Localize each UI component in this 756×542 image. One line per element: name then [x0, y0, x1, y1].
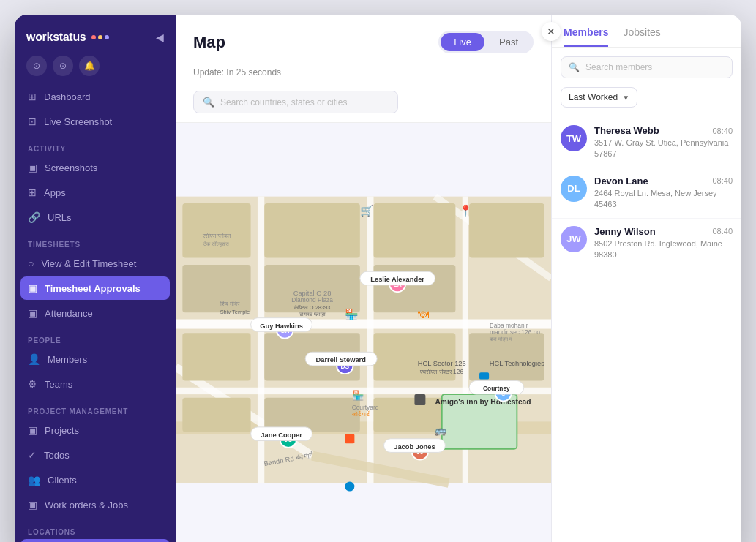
logo-dot-yellow — [98, 35, 102, 39]
sidebar-item-label: URLs — [48, 212, 72, 223]
svg-text:बाबा मोहन मं: बाबा मोहन मं — [489, 336, 512, 342]
sidebar-item-screenshots[interactable]: ▣ Screenshots — [20, 156, 170, 179]
work-orders-icon: ▣ — [28, 499, 37, 511]
tab-members[interactable]: Members — [564, 26, 608, 47]
sidebar-collapse-button[interactable]: ◀ — [156, 31, 164, 43]
map-area: Capital O 28 Diamond Plaza कैपिटल O 2839… — [176, 123, 551, 542]
panel-tabs: Members Jobsites — [552, 15, 741, 48]
logo: workstatus — [26, 31, 109, 44]
svg-text:HCL Sector 126: HCL Sector 126 — [418, 360, 466, 367]
member-name: Jenny Wilson — [594, 226, 656, 237]
sidebar-item-projects[interactable]: ▣ Projects — [20, 418, 170, 442]
sidebar-item-work-orders[interactable]: ▣ Work orders & Jobs — [20, 493, 170, 516]
list-item[interactable]: JW Jenny Wilson 08:40 8502 Preston Rd. I… — [552, 219, 741, 269]
svg-text:Jacob Jones: Jacob Jones — [394, 443, 435, 451]
sidebar-item-label: Apps — [44, 187, 66, 198]
member-search-input[interactable]: 🔍 Search members — [561, 56, 733, 78]
toggle-live-button[interactable]: Live — [441, 33, 484, 51]
svg-text:Leslie Alexander: Leslie Alexander — [370, 276, 424, 283]
logo-dots — [91, 35, 109, 39]
svg-text:🛒: 🛒 — [360, 204, 374, 217]
sidebar-item-attendance[interactable]: ▣ Attendance — [20, 301, 170, 325]
list-item[interactable]: DL Devon Lane 08:40 2464 Royal Ln. Mesa,… — [552, 168, 741, 219]
panel-close-button[interactable]: ✕ — [542, 22, 561, 41]
svg-text:Jane Cooper: Jane Cooper — [261, 432, 302, 439]
svg-rect-17 — [182, 333, 250, 380]
sidebar-item-timesheet-approvals[interactable]: ▣ Timesheet Approvals — [20, 276, 170, 300]
sidebar-item-dashboard[interactable]: ⊞ Dashboard — [20, 85, 170, 108]
sidebar-item-label: Teams — [45, 379, 72, 390]
svg-text:कोर्टयार्ड: कोर्टयार्ड — [351, 410, 370, 418]
map-title: Map — [193, 33, 225, 52]
approvals-icon: ▣ — [28, 282, 37, 294]
sidebar-item-urls[interactable]: 🔗 URLs — [20, 206, 170, 229]
map-search-placeholder: Search countries, states or cities — [220, 97, 347, 108]
screenshots-icon: ▣ — [28, 162, 37, 173]
svg-text:Shiv Temple: Shiv Temple — [220, 309, 250, 315]
svg-text:📍: 📍 — [459, 204, 473, 217]
apps-icon: ⊞ — [28, 187, 37, 198]
sidebar-item-label: Attendance — [45, 308, 93, 319]
timesheet-icon: ○ — [28, 257, 34, 269]
members-icon: 👤 — [28, 353, 40, 365]
svg-text:शिव मंदिर: शिव मंदिर — [220, 300, 240, 307]
svg-rect-21 — [182, 398, 250, 432]
panel-filter: Last Worked ▼ — [552, 83, 741, 115]
member-name-row: Theresa Webb 08:40 — [594, 125, 733, 136]
sidebar-item-todos[interactable]: ✓ Todos — [20, 443, 170, 467]
search-placeholder: Search members — [585, 62, 652, 72]
svg-text:Guy Hawkins: Guy Hawkins — [260, 323, 302, 330]
user-icon-btn[interactable]: ⊙ — [53, 56, 73, 76]
svg-rect-41 — [345, 434, 354, 443]
svg-rect-10 — [182, 203, 250, 258]
sidebar-item-label: Members — [48, 354, 87, 365]
sidebar-item-label: Dashboard — [44, 91, 91, 102]
dashboard-icon: ⊞ — [28, 91, 37, 102]
logo-dot-purple — [105, 35, 109, 39]
section-label-locations: LOCATIONS — [20, 518, 170, 539]
list-item[interactable]: TW Theresa Webb 08:40 3517 W. Gray St. U… — [552, 118, 741, 168]
svg-text:एसीएस ग्लोबल: एसीएस ग्लोबल — [202, 232, 231, 239]
tab-jobsites[interactable]: Jobsites — [623, 26, 660, 47]
svg-text:🏪: 🏪 — [352, 389, 364, 402]
todos-icon: ✓ — [28, 449, 37, 461]
sidebar-item-map[interactable]: 🗺 Map — [20, 539, 170, 542]
section-label-activity: ACTIVITY — [20, 135, 170, 156]
sidebar-item-members[interactable]: 👤 Members — [20, 347, 170, 371]
map-search-bar: 🔍 Search countries, states or cities — [176, 85, 551, 122]
svg-rect-39 — [479, 372, 489, 379]
map-header: Map Live Past — [176, 15, 551, 61]
home-icon-btn[interactable]: ⊙ — [26, 56, 47, 76]
panel-search: 🔍 Search members — [552, 48, 741, 83]
sidebar-item-view-edit-timesheet[interactable]: ○ View & Edit Timesheet — [20, 252, 170, 275]
map-search-input[interactable]: 🔍 Search countries, states or cities — [193, 91, 398, 113]
svg-text:Diamond Plaza: Diamond Plaza — [291, 296, 333, 304]
projects-icon: ▣ — [28, 424, 37, 436]
sidebar-item-label: Projects — [45, 425, 79, 436]
sidebar-item-clients[interactable]: 👥 Clients — [20, 468, 170, 492]
sidebar-item-label: Live Screenshot — [44, 116, 112, 127]
logo-text: workstatus — [26, 31, 86, 44]
svg-text:Amigo's inn by Homestead: Amigo's inn by Homestead — [435, 398, 531, 406]
svg-text:Darrell Steward: Darrell Steward — [316, 356, 367, 364]
notification-icon-btn[interactable]: 🔔 — [79, 56, 100, 76]
member-name: Theresa Webb — [594, 125, 659, 136]
map-update-subtitle: Update: In 25 seconds — [176, 61, 551, 85]
member-time: 08:40 — [712, 176, 733, 185]
chevron-down-icon: ▼ — [622, 94, 629, 102]
svg-text:mandir sec 126 no: mandir sec 126 no — [490, 328, 540, 336]
sidebar-item-apps[interactable]: ⊞ Apps — [20, 181, 170, 204]
member-time: 08:40 — [712, 127, 733, 135]
section-label-project-management: PROJECT MANAGEMENT — [20, 397, 170, 418]
last-worked-dropdown[interactable]: Last Worked ▼ — [561, 87, 637, 108]
toggle-past-button[interactable]: Past — [486, 33, 531, 51]
sidebar-item-live-screenshot[interactable]: ⊡ Live Screenshot — [20, 110, 170, 133]
member-info: Theresa Webb 08:40 3517 W. Gray St. Utic… — [594, 125, 733, 160]
svg-rect-5 — [367, 197, 373, 483]
search-icon: 🔍 — [203, 97, 214, 108]
clients-icon: 👥 — [28, 474, 40, 486]
member-list: TW Theresa Webb 08:40 3517 W. Gray St. U… — [552, 115, 741, 542]
sidebar-item-teams[interactable]: ⚙ Teams — [20, 372, 170, 396]
map-background: Capital O 28 Diamond Plaza कैपिटल O 2839… — [176, 123, 551, 542]
attendance-icon: ▣ — [28, 307, 37, 319]
